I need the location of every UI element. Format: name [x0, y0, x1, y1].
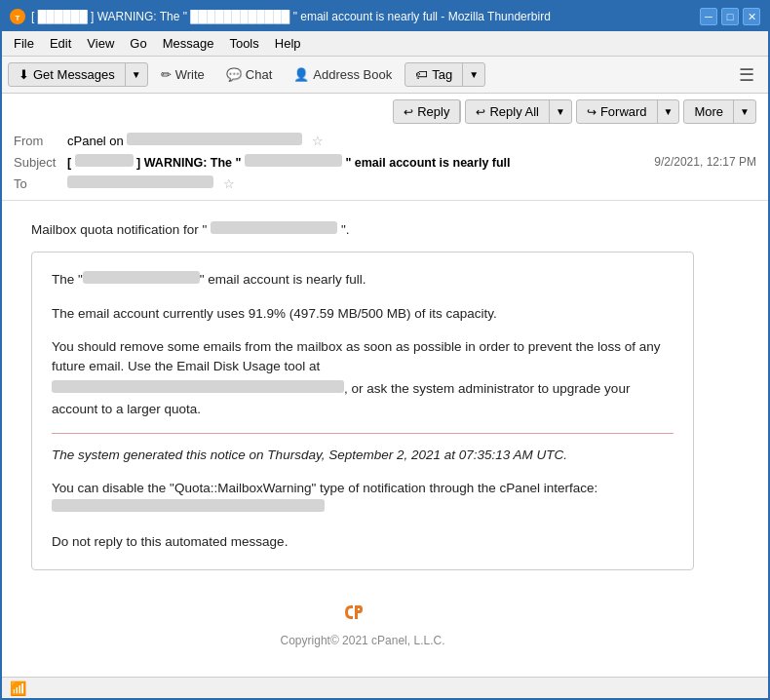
- from-value: cPanel on ☆: [67, 133, 756, 148]
- forward-icon: ↪: [587, 105, 597, 119]
- get-messages-button[interactable]: ⬇ Get Messages ▼: [8, 62, 148, 87]
- to-star-icon[interactable]: ☆: [223, 176, 235, 191]
- cpanel-link-redacted: [52, 499, 325, 512]
- forward-label: Forward: [600, 104, 647, 119]
- chat-button[interactable]: 💬 Chat: [217, 62, 281, 87]
- write-icon: ✏: [161, 67, 172, 82]
- write-label: Write: [175, 67, 205, 82]
- tag-label: Tag: [432, 67, 452, 82]
- message-box: The "" email account is nearly full. The…: [31, 252, 694, 570]
- email-address-redacted-2: [83, 271, 200, 284]
- cpanel-logo-icon: [343, 596, 382, 630]
- title-bar: T [ ██████ ] WARNING: The " ████████████…: [2, 2, 768, 31]
- to-value: ☆: [67, 175, 756, 191]
- to-email-redacted: [67, 175, 213, 188]
- close-button[interactable]: ✕: [743, 8, 760, 25]
- address-book-label: Address Book: [313, 67, 392, 82]
- email-body: Mailbox quota notification for " ". The …: [2, 201, 768, 677]
- reply-label: Reply: [417, 104, 449, 119]
- main-toolbar: ⬇ Get Messages ▼ ✏ Write 💬 Chat 👤 Addres…: [2, 57, 768, 94]
- menu-view[interactable]: View: [79, 34, 122, 53]
- message-line-4: You can disable the "Quota::MailboxWarni…: [52, 479, 674, 519]
- download-icon: ⬇: [19, 67, 29, 82]
- address-book-button[interactable]: 👤 Address Book: [285, 62, 401, 87]
- divider: [52, 433, 674, 434]
- chat-label: Chat: [246, 67, 272, 82]
- reply-icon: ↩: [404, 105, 413, 119]
- copyright-text: Copyright© 2021 cPanel, L.L.C.: [31, 634, 694, 647]
- reply-all-icon: ↩: [476, 105, 485, 119]
- intro-text: Mailbox quota notification for " ".: [31, 220, 694, 240]
- from-email-redacted: [127, 133, 302, 145]
- message-line-2: The email account currently uses 91.9% (…: [52, 304, 674, 324]
- more-label: More: [694, 104, 723, 119]
- address-book-icon: 👤: [293, 67, 309, 82]
- tag-button[interactable]: 🏷 Tag ▼: [404, 62, 485, 87]
- forward-button[interactable]: ↪ Forward ▼: [576, 99, 680, 124]
- subject-value: [ ] WARNING: The " " email account is ne…: [67, 154, 654, 170]
- tag-icon: 🏷: [415, 67, 428, 82]
- from-star-icon[interactable]: ☆: [312, 134, 324, 148]
- reply-all-button[interactable]: ↩ Reply All ▼: [465, 99, 571, 124]
- svg-text:T: T: [16, 14, 20, 22]
- chat-icon: 💬: [226, 67, 242, 82]
- menu-tools[interactable]: Tools: [221, 34, 266, 53]
- app-icon: T: [10, 9, 25, 24]
- forward-dropdown[interactable]: ▼: [658, 102, 679, 121]
- reply-all-dropdown[interactable]: ▼: [550, 102, 571, 121]
- to-row: To ☆: [14, 173, 756, 194]
- reply-button[interactable]: ↩ Reply: [393, 99, 461, 124]
- maximize-button[interactable]: □: [721, 8, 739, 25]
- get-messages-dropdown[interactable]: ▼: [126, 65, 147, 84]
- more-button[interactable]: More ▼: [683, 99, 756, 124]
- more-dropdown[interactable]: ▼: [734, 102, 755, 121]
- menu-message[interactable]: Message: [155, 34, 222, 53]
- menu-bar: File Edit View Go Message Tools Help: [2, 31, 768, 57]
- email-address-redacted-1: [211, 221, 337, 234]
- get-messages-label: Get Messages: [33, 67, 115, 82]
- disk-usage-link-redacted: [52, 380, 344, 393]
- subject-label: Subject: [14, 155, 67, 170]
- tag-dropdown[interactable]: ▼: [463, 65, 484, 84]
- wifi-icon: 📶: [10, 681, 26, 696]
- email-timestamp: 9/2/2021, 12:17 PM: [654, 155, 756, 169]
- menu-edit[interactable]: Edit: [42, 34, 79, 53]
- message-line-5: Do not reply to this automated message.: [52, 532, 674, 552]
- email-header: ↩ Reply ↩ Reply All ▼ ↪ Forward ▼: [2, 94, 768, 201]
- window-title: [ ██████ ] WARNING: The " ████████████ "…: [31, 10, 551, 23]
- reply-all-label: Reply All: [489, 104, 539, 119]
- status-bar: 📶: [2, 677, 768, 698]
- hamburger-menu[interactable]: ☰: [731, 60, 762, 90]
- from-row: From cPanel on ☆: [14, 130, 756, 151]
- subject-row: Subject [ ] WARNING: The " " email accou…: [14, 151, 756, 173]
- minimize-button[interactable]: ─: [700, 8, 717, 25]
- to-label: To: [14, 176, 67, 191]
- message-line-3: You should remove some emails from the m…: [52, 337, 674, 419]
- menu-file[interactable]: File: [6, 34, 42, 53]
- menu-go[interactable]: Go: [122, 34, 154, 53]
- system-notice: The system generated this notice on Thur…: [52, 446, 674, 465]
- message-line-1: The "" email account is nearly full.: [52, 270, 674, 290]
- write-button[interactable]: ✏ Write: [152, 62, 213, 87]
- email-footer-section: Copyright© 2021 cPanel, L.L.C.: [31, 580, 694, 655]
- menu-help[interactable]: Help: [267, 34, 309, 53]
- from-label: From: [14, 134, 67, 148]
